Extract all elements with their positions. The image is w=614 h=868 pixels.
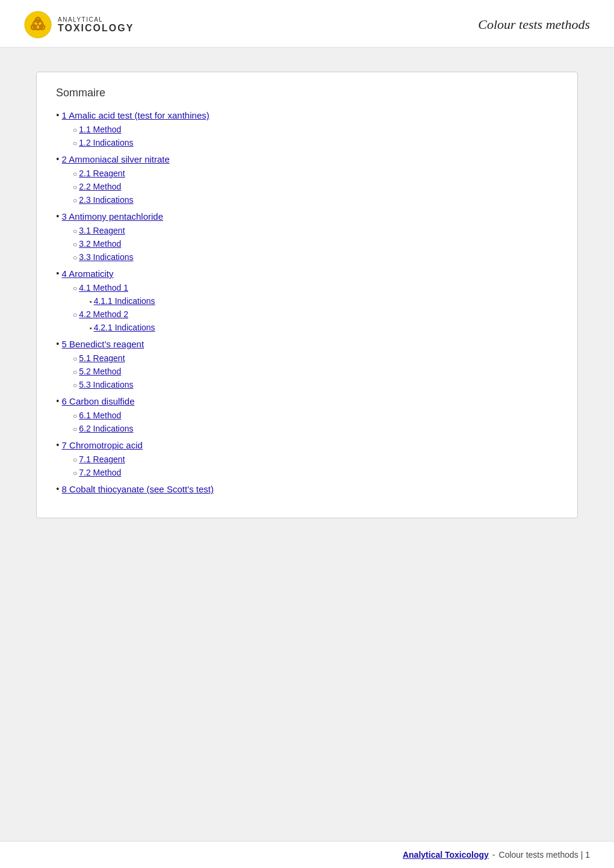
toc-list: 1 Amalic acid test (test for xanthines) … bbox=[56, 110, 558, 495]
toc-link-2-3[interactable]: 2.3 Indications bbox=[79, 195, 133, 205]
footer-page-info: Colour tests methods | 1 bbox=[499, 850, 590, 860]
toc-subsub-4-2: 4.2.1 Indications bbox=[73, 322, 558, 333]
toc-sub-3: 3.1 Reagent 3.2 Method 3.3 Indications bbox=[56, 225, 558, 262]
toc-item-1: 1 Amalic acid test (test for xanthines) … bbox=[56, 110, 558, 148]
toc-sub-item-2-1: 2.1 Reagent bbox=[73, 168, 558, 179]
toc-sub-item-2-3: 2.3 Indications bbox=[73, 194, 558, 205]
toc-link-1[interactable]: 1 Amalic acid test (test for xanthines) bbox=[62, 110, 209, 120]
toc-item-8: 8 Cobalt thiocyanate (see Scott’s test) bbox=[56, 484, 558, 495]
toc-sub-item-3-1: 3.1 Reagent bbox=[73, 225, 558, 236]
toc-item-3: 3 Antimony pentachloride 3.1 Reagent 3.2… bbox=[56, 211, 558, 262]
toc-subsub-item-4-1-1: 4.1.1 Indications bbox=[90, 296, 558, 306]
toc-title: Sommaire bbox=[56, 87, 558, 99]
toc-link-4-1-1[interactable]: 4.1.1 Indications bbox=[94, 296, 155, 306]
toc-link-5-3[interactable]: 5.3 Indications bbox=[79, 380, 133, 389]
toc-link-2-2[interactable]: 2.2 Method bbox=[79, 182, 121, 191]
toc-link-7-2[interactable]: 7.2 Method bbox=[79, 468, 121, 477]
toc-item-4: 4 Aromaticity 4.1 Method 1 4.1.1 Indicat… bbox=[56, 268, 558, 333]
toc-link-4-1[interactable]: 4.1 Method 1 bbox=[79, 283, 128, 293]
toc-sub-item-2-2: 2.2 Method bbox=[73, 181, 558, 192]
toc-link-2-1[interactable]: 2.1 Reagent bbox=[79, 169, 125, 178]
toc-link-7-1[interactable]: 7.1 Reagent bbox=[79, 454, 125, 464]
toc-sub-item-6-2: 6.2 Indications bbox=[73, 423, 558, 434]
toc-item-2: 2 Ammoniacal silver nitrate 2.1 Reagent … bbox=[56, 154, 558, 205]
toc-subsub-4-1: 4.1.1 Indications bbox=[73, 296, 558, 306]
toc-sub-item-3-2: 3.2 Method bbox=[73, 238, 558, 249]
toc-sub-5: 5.1 Reagent 5.2 Method 5.3 Indications bbox=[56, 353, 558, 390]
toc-sub-item-1-2: 1.2 Indications bbox=[73, 137, 558, 148]
toc-link-2[interactable]: 2 Ammoniacal silver nitrate bbox=[62, 154, 170, 164]
toc-link-3-2[interactable]: 3.2 Method bbox=[79, 239, 121, 249]
toc-sub-4: 4.1 Method 1 4.1.1 Indications 4.2 Metho… bbox=[56, 282, 558, 333]
main-content: Sommaire 1 Amalic acid test (test for xa… bbox=[0, 48, 614, 841]
toc-subsub-item-4-2-1: 4.2.1 Indications bbox=[90, 322, 558, 333]
toc-link-1-1[interactable]: 1.1 Method bbox=[79, 125, 121, 134]
toc-link-5-2[interactable]: 5.2 Method bbox=[79, 367, 121, 376]
toc-sub-item-3-3: 3.3 Indications bbox=[73, 252, 558, 262]
toc-item-5: 5 Benedict’s reagent 5.1 Reagent 5.2 Met… bbox=[56, 339, 558, 390]
toc-sub-item-7-1: 7.1 Reagent bbox=[73, 454, 558, 465]
logo-toxicology: TOXICOLOGY bbox=[58, 23, 134, 34]
toc-link-3-1[interactable]: 3.1 Reagent bbox=[79, 226, 125, 235]
toc-sub-item-5-2: 5.2 Method bbox=[73, 366, 558, 377]
toc-link-5[interactable]: 5 Benedict’s reagent bbox=[62, 339, 144, 349]
toc-sub-7: 7.1 Reagent 7.2 Method bbox=[56, 454, 558, 478]
toc-link-6-2[interactable]: 6.2 Indications bbox=[79, 424, 133, 433]
toc-sub-2: 2.1 Reagent 2.2 Method 2.3 Indications bbox=[56, 168, 558, 205]
toc-link-7[interactable]: 7 Chromotropic acid bbox=[62, 440, 143, 450]
toc-sub-item-7-2: 7.2 Method bbox=[73, 467, 558, 478]
toc-item-6: 6 Carbon disulfide 6.1 Method 6.2 Indica… bbox=[56, 396, 558, 434]
footer-link[interactable]: Analytical Toxicology bbox=[403, 850, 489, 860]
toc-link-6[interactable]: 6 Carbon disulfide bbox=[62, 396, 135, 406]
toc-sub-6: 6.1 Method 6.2 Indications bbox=[56, 410, 558, 434]
logo-analytical: ANALYTICAL bbox=[58, 16, 134, 23]
toc-sub-item-5-3: 5.3 Indications bbox=[73, 379, 558, 390]
toc-box: Sommaire 1 Amalic acid test (test for xa… bbox=[36, 72, 578, 518]
toc-sub-1: 1.1 Method 1.2 Indications bbox=[56, 124, 558, 148]
toc-sub-item-5-1: 5.1 Reagent bbox=[73, 353, 558, 364]
toc-item-7: 7 Chromotropic acid 7.1 Reagent 7.2 Meth… bbox=[56, 440, 558, 478]
toc-sub-item-4-1: 4.1 Method 1 4.1.1 Indications bbox=[73, 282, 558, 306]
logo-text: ANALYTICAL TOXICOLOGY bbox=[58, 16, 134, 34]
toc-link-4-2-1[interactable]: 4.2.1 Indications bbox=[94, 323, 155, 332]
header-title: Colour tests methods bbox=[478, 17, 590, 33]
toc-link-4-2[interactable]: 4.2 Method 2 bbox=[79, 309, 128, 319]
logo-area: ANALYTICAL TOXICOLOGY bbox=[24, 11, 134, 39]
toc-sub-item-6-1: 6.1 Method bbox=[73, 410, 558, 421]
page-header: ANALYTICAL TOXICOLOGY Colour tests metho… bbox=[0, 0, 614, 48]
toc-sub-item-1-1: 1.1 Method bbox=[73, 124, 558, 135]
toc-link-6-1[interactable]: 6.1 Method bbox=[79, 411, 121, 420]
toc-link-5-1[interactable]: 5.1 Reagent bbox=[79, 353, 125, 363]
toc-link-8[interactable]: 8 Cobalt thiocyanate (see Scott’s test) bbox=[62, 484, 214, 494]
page-footer: Analytical Toxicology - Colour tests met… bbox=[0, 841, 614, 868]
logo-icon bbox=[24, 11, 52, 39]
toc-link-3-3[interactable]: 3.3 Indications bbox=[79, 252, 133, 262]
toc-link-3[interactable]: 3 Antimony pentachloride bbox=[62, 211, 163, 222]
footer-separator: - bbox=[492, 850, 495, 860]
toc-sub-item-4-2: 4.2 Method 2 4.2.1 Indications bbox=[73, 309, 558, 333]
toc-link-1-2[interactable]: 1.2 Indications bbox=[79, 138, 133, 147]
toc-link-4[interactable]: 4 Aromaticity bbox=[62, 268, 114, 279]
